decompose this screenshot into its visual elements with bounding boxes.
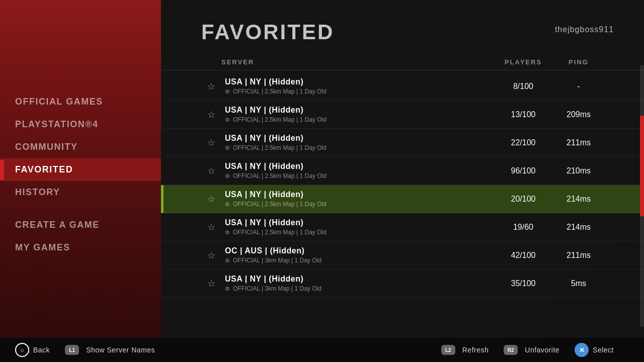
l2-button: L2: [441, 345, 455, 355]
table-row[interactable]: ☆ USA | NY | (Hidden) ⚙ OFFICIAL | 2.5km…: [161, 72, 644, 101]
main-content: Favorited thejbgboss911 Server Players P…: [161, 0, 644, 362]
server-info: USA | NY | (Hidden) ⚙ OFFICIAL | 3km Map…: [225, 275, 493, 292]
server-info: OC | AUS | (Hidden) ⚙ OFFICIAL | 3km Map…: [225, 246, 493, 264]
sidebar-item-my-games[interactable]: MY GAMES: [0, 236, 161, 259]
table-row[interactable]: ☆ USA | NY | (Hidden) ⚙ OFFICIAL | 2.5km…: [161, 157, 644, 185]
col-header-players: Players: [493, 58, 553, 66]
username: thejbgboss911: [555, 25, 614, 34]
server-type-icon: ⚙: [225, 88, 230, 95]
server-info: USA | NY | (Hidden) ⚙ OFFICIAL | 2.5km M…: [225, 134, 493, 151]
back-label: Back: [33, 346, 50, 354]
players-value: 20/100: [493, 195, 553, 204]
star-icon: ☆: [204, 109, 219, 120]
server-detail-text: OFFICIAL | 2.5km Map | 1 Day Old: [233, 172, 327, 179]
ping-value: -: [553, 82, 604, 91]
bottom-bar: ○ Back L1 Show Server Names L2 Refresh R…: [0, 338, 644, 362]
sidebar: OFFICIAL GAMESPLAYSTATION®4COMMUNITYFAVO…: [0, 0, 161, 362]
server-type-icon: ⚙: [225, 117, 230, 123]
server-type-icon: ⚙: [225, 201, 230, 208]
server-type-icon: ⚙: [225, 286, 230, 292]
table-header: Server Players Ping: [161, 54, 644, 70]
cross-button: ✕: [575, 343, 589, 357]
server-type-icon: ⚙: [225, 173, 230, 179]
sidebar-item-community[interactable]: COMMUNITY: [0, 136, 161, 158]
server-details: ⚙ OFFICIAL | 2.5km Map | 1 Day Old: [225, 144, 493, 151]
server-detail-text: OFFICIAL | 2.5km Map | 1 Day Old: [233, 201, 327, 208]
sidebar-nav: OFFICIAL GAMESPLAYSTATION®4COMMUNITYFAVO…: [0, 0, 161, 259]
sidebar-item-create-a-game[interactable]: CREATE A GAME: [0, 214, 161, 236]
server-name: USA | NY | (Hidden): [225, 77, 493, 86]
ping-value: 211ms: [553, 138, 604, 147]
players-value: 96/100: [493, 166, 553, 175]
server-name: OC | AUS | (Hidden): [225, 246, 493, 255]
refresh-label: Refresh: [462, 346, 489, 354]
ping-value: 210ms: [553, 166, 604, 175]
select-label: Select: [593, 346, 614, 354]
table-row[interactable]: ☆ USA | NY | (Hidden) ⚙ OFFICIAL | 2.5km…: [161, 185, 644, 213]
server-name: USA | NY | (Hidden): [225, 218, 493, 227]
sidebar-item-official-games[interactable]: OFFICIAL GAMES: [0, 90, 161, 113]
table-row[interactable]: ☆ OC | AUS | (Hidden) ⚙ OFFICIAL | 3km M…: [161, 241, 644, 269]
action-unfavorite[interactable]: R2 Unfavorite: [504, 345, 559, 355]
server-name: USA | NY | (Hidden): [225, 106, 493, 115]
action-refresh[interactable]: L2 Refresh: [441, 345, 489, 355]
server-details: ⚙ OFFICIAL | 2.5km Map | 1 Day Old: [225, 88, 493, 95]
table-row[interactable]: ☆ USA | NY | (Hidden) ⚙ OFFICIAL | 2.5km…: [161, 213, 644, 241]
players-value: 8/100: [493, 82, 553, 91]
r2-button: R2: [504, 345, 518, 355]
star-icon: ☆: [204, 137, 219, 148]
server-detail-text: OFFICIAL | 2.5km Map | 1 Day Old: [233, 144, 327, 151]
star-icon: ☆: [204, 165, 219, 176]
sidebar-item-playstation4[interactable]: PLAYSTATION®4: [0, 113, 161, 136]
sidebar-item-history[interactable]: HISTORY: [0, 181, 161, 204]
ping-value: 211ms: [553, 251, 604, 260]
server-name: USA | NY | (Hidden): [225, 134, 493, 143]
circle-button: ○: [15, 343, 29, 357]
col-header-server: Server: [221, 58, 493, 66]
server-name: USA | NY | (Hidden): [225, 275, 493, 284]
server-details: ⚙ OFFICIAL | 3km Map | 1 Day Old: [225, 257, 493, 264]
players-value: 19/60: [493, 223, 553, 232]
server-list: ☆ USA | NY | (Hidden) ⚙ OFFICIAL | 2.5km…: [161, 72, 644, 298]
server-name: USA | NY | (Hidden): [225, 162, 493, 171]
star-icon: ☆: [204, 194, 219, 205]
active-indicator: [0, 160, 4, 180]
server-info: USA | NY | (Hidden) ⚙ OFFICIAL | 2.5km M…: [225, 77, 493, 95]
players-value: 22/100: [493, 138, 553, 147]
players-value: 35/100: [493, 279, 553, 288]
scrollbar[interactable]: [640, 65, 644, 327]
scrollbar-thumb[interactable]: [640, 116, 644, 216]
ping-value: 214ms: [553, 195, 604, 204]
server-detail-text: OFFICIAL | 3km Map | 1 Day Old: [233, 285, 321, 292]
server-name: USA | NY | (Hidden): [225, 190, 493, 199]
server-type-icon: ⚙: [225, 257, 230, 264]
ping-value: 209ms: [553, 110, 604, 119]
action-select[interactable]: ✕ Select: [575, 343, 614, 357]
action-show-server-names[interactable]: L1 Show Server Names: [65, 345, 155, 355]
table-row[interactable]: ☆ USA | NY | (Hidden) ⚙ OFFICIAL | 2.5km…: [161, 129, 644, 157]
action-back[interactable]: ○ Back: [15, 343, 50, 357]
star-icon: ☆: [204, 250, 219, 261]
star-icon: ☆: [204, 278, 219, 289]
server-details: ⚙ OFFICIAL | 2.5km Map | 1 Day Old: [225, 229, 493, 236]
server-info: USA | NY | (Hidden) ⚙ OFFICIAL | 2.5km M…: [225, 162, 493, 179]
server-details: ⚙ OFFICIAL | 2.5km Map | 1 Day Old: [225, 172, 493, 179]
sidebar-item-favorited[interactable]: FAVORITED: [0, 158, 161, 181]
server-detail-text: OFFICIAL | 2.5km Map | 1 Day Old: [233, 88, 327, 95]
star-icon: ☆: [204, 81, 219, 92]
server-detail-text: OFFICIAL | 2.5km Map | 1 Day Old: [233, 116, 327, 123]
server-details: ⚙ OFFICIAL | 2.5km Map | 1 Day Old: [225, 116, 493, 123]
server-info: USA | NY | (Hidden) ⚙ OFFICIAL | 2.5km M…: [225, 106, 493, 123]
table-row[interactable]: ☆ USA | NY | (Hidden) ⚙ OFFICIAL | 3km M…: [161, 269, 644, 298]
l1-button: L1: [65, 345, 79, 355]
players-value: 42/100: [493, 251, 553, 260]
star-icon: ☆: [204, 222, 219, 233]
server-info: USA | NY | (Hidden) ⚙ OFFICIAL | 2.5km M…: [225, 190, 493, 208]
ping-value: 214ms: [553, 223, 604, 232]
server-type-icon: ⚙: [225, 145, 230, 151]
server-details: ⚙ OFFICIAL | 2.5km Map | 1 Day Old: [225, 201, 493, 208]
table-row[interactable]: ☆ USA | NY | (Hidden) ⚙ OFFICIAL | 2.5km…: [161, 101, 644, 129]
server-type-icon: ⚙: [225, 229, 230, 236]
server-info: USA | NY | (Hidden) ⚙ OFFICIAL | 2.5km M…: [225, 218, 493, 236]
col-header-ping: Ping: [553, 58, 604, 66]
